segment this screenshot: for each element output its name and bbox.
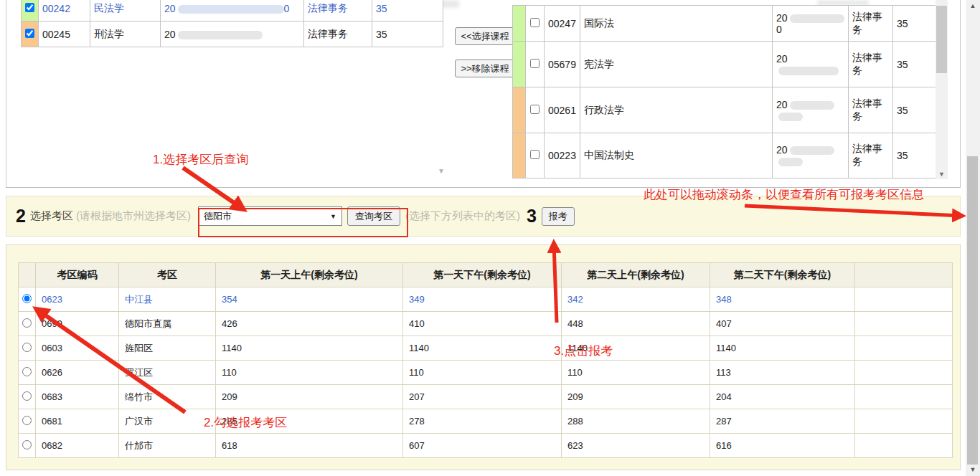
course-code: 00245 [39,22,90,47]
scroll-down-icon[interactable]: ▼ [438,167,445,175]
course-date: 20 [772,87,848,133]
exam-registration-page: 00242民法学200法律事务3500245刑法学20法律事务35 <<选择课程… [0,0,980,476]
district-radio-cell [19,336,36,361]
district-row: 0626罗江区110110110113 [19,361,953,385]
course-major: 法律事务 [848,133,892,178]
course-color-cell [22,0,39,22]
course-checkbox-cell [526,87,545,133]
course-seats: 35 [892,87,938,133]
scroll-up-icon[interactable]: ▲ [966,0,980,12]
scroll-down-icon[interactable]: ▼ [936,171,948,178]
district-column-header: 第二天上午(剩余考位) [562,263,710,287]
district-code: 0603 [36,336,119,361]
course-name: 中国法制史 [580,133,772,178]
course-major: 法律事务 [848,87,892,133]
district-radio-cell [19,385,36,409]
course-code: 05679 [545,42,580,87]
district-radio[interactable] [22,294,32,303]
district-table: 考区编码考区第一天上午(剩余考位)第一天下午(剩余考位)第二天上午(剩余考位)第… [18,262,953,458]
course-date: 20 [161,22,304,47]
remove-course-button[interactable]: >>移除课程 [455,60,515,77]
scroll-down-icon[interactable]: ▼ [966,464,980,476]
course-checkbox[interactable] [530,105,540,114]
course-code: 00242 [39,0,90,22]
course-checkbox[interactable] [530,59,540,68]
redacted-date [790,101,834,110]
course-seats: 35 [892,133,938,178]
district-seats-remaining: 1140 [710,336,855,361]
district-seats-remaining: 288 [562,409,710,434]
course-color-cell [513,42,526,87]
scrollbar-thumb[interactable] [936,6,947,73]
district-empty-cell [855,409,953,434]
district-radio[interactable] [22,343,32,352]
district-seats-remaining: 623 [562,434,710,458]
course-checkbox[interactable] [25,29,34,38]
available-course-row: 05679宪法学20法律事务35 [513,42,939,87]
district-seats-remaining: 618 [216,434,403,458]
district-seats-remaining: 204 [710,385,855,409]
course-major: 法律事务 [304,0,372,22]
selected-course-row: 00242民法学200法律事务35 [22,0,443,22]
course-date: 200 [772,6,848,42]
district-name: 广汉市 [119,409,216,434]
district-code[interactable]: 0623 [36,287,119,312]
selected-courses-table: 00242民法学200法律事务3500245刑法学20法律事务35 [21,0,443,47]
query-region-button[interactable]: 查询考区 [347,206,400,226]
course-name: 民法学 [90,0,161,22]
course-date: 200 [161,0,304,22]
region-bar-title: 选择考区 [30,209,73,223]
district-radio[interactable] [22,318,32,328]
district-seats-remaining: 110 [216,361,403,385]
district-name[interactable]: 中江县 [119,287,216,312]
annotation-step1: 1.选择考区后查询 [153,151,248,168]
course-seats: 35 [372,0,443,22]
district-name: 旌阳区 [119,336,216,361]
district-row: 0682什邡市618607623616 [19,434,953,458]
district-empty-cell [855,361,953,385]
page-scrollbar[interactable]: ▲ ▼ [966,0,980,476]
redacted-date [790,14,844,23]
redacted-date [778,67,839,75]
district-radio[interactable] [22,440,32,449]
district-radio[interactable] [22,391,32,401]
course-checkbox[interactable] [25,3,34,12]
district-empty-cell [855,336,953,361]
select-course-button[interactable]: <<选择课程 [455,27,515,45]
course-checkbox-cell [526,6,545,42]
course-checkbox[interactable] [530,150,540,159]
scrollbar-thumb[interactable] [967,156,978,465]
district-column-header: 考区编码 [36,263,119,287]
annotation-step3: 3.点击报考 [554,343,613,359]
district-code: 0626 [36,361,119,385]
district-empty-cell [855,287,953,312]
apply-button[interactable]: 报考 [542,207,575,226]
course-checkbox[interactable] [530,18,540,27]
course-seats: 35 [892,42,938,87]
district-seats-remaining: 354 [216,287,403,312]
course-color-cell [22,22,39,47]
region-select-value: 德阳市 [204,210,330,223]
district-name: 德阳市直属 [119,312,216,336]
district-code: 0683 [36,385,119,409]
available-course-row: 00247国际法200法律事务35 [513,6,939,42]
district-code: 0682 [36,434,119,458]
district-column-header [855,263,953,287]
region-select[interactable]: 德阳市 ▼ [198,206,342,226]
district-seats-remaining: 410 [403,312,562,336]
course-seats: 35 [372,22,443,47]
district-seats-remaining: 448 [562,312,710,336]
course-color-cell [513,6,526,42]
district-column-header [19,263,36,287]
available-course-row: 00223中国法制史20法律事务35 [513,133,939,178]
course-table-scrollbar[interactable]: ▼ [936,0,948,179]
district-radio[interactable] [22,416,32,425]
step-3-number: 3 [527,206,537,227]
district-name: 什邡市 [119,434,216,458]
course-major: 法律事务 [848,42,892,87]
district-radio[interactable] [22,367,32,376]
district-row: 0603旌阳区1140114011401140 [19,336,953,361]
dropdown-arrow-icon: ▼ [330,213,336,220]
redacted-date [778,113,803,121]
district-seats-remaining: 209 [562,385,710,409]
